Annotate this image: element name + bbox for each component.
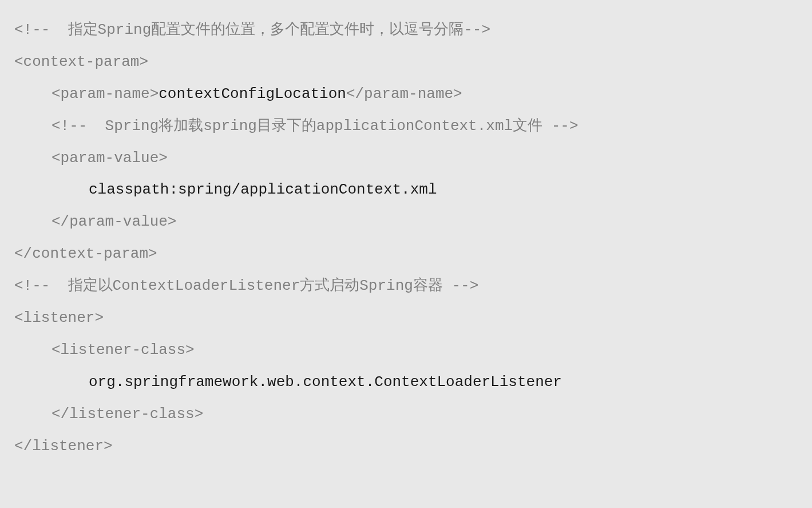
param-name-open: <param-name> <box>52 85 159 103</box>
param-name-value: contextConfigLocation <box>159 85 346 103</box>
context-param-close-tag: </context-param> <box>14 238 798 270</box>
comment-line: <!-- 指定Spring配置文件的位置，多个配置文件时，以逗号分隔--> <box>14 14 798 46</box>
param-name-close: </param-name> <box>346 85 462 103</box>
listener-class-close-tag: </listener-class> <box>14 399 798 431</box>
xml-code-block: <!-- 指定Spring配置文件的位置，多个配置文件时，以逗号分隔--> <c… <box>14 14 798 462</box>
listener-class-open-tag: <listener-class> <box>14 334 798 367</box>
listener-open-tag: <listener> <box>14 302 798 334</box>
comment-line: <!-- 指定以ContextLoaderListener方式启动Spring容… <box>14 270 798 302</box>
param-value-open-tag: <param-value> <box>14 143 798 175</box>
param-value-close-tag: </param-value> <box>14 206 798 238</box>
context-param-open-tag: <context-param> <box>14 46 798 78</box>
listener-class-value: org.springframework.web.context.ContextL… <box>14 367 798 399</box>
comment-line: <!-- Spring将加载spring目录下的applicationConte… <box>14 111 798 143</box>
param-name-line: <param-name>contextConfigLocation</param… <box>14 78 798 111</box>
listener-close-tag: </listener> <box>14 431 798 463</box>
classpath-value: classpath:spring/applicationContext.xml <box>14 174 798 206</box>
